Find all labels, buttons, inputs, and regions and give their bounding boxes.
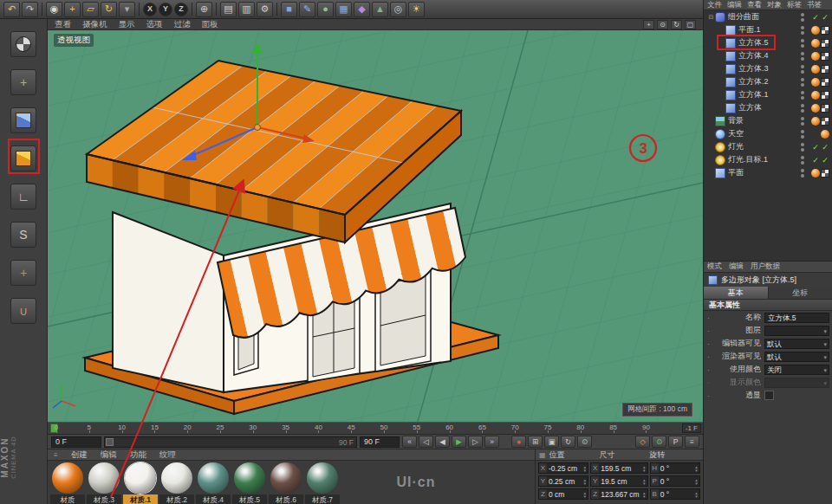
object-manager-menu-item[interactable]: 查看 xyxy=(747,0,762,10)
mat-tag[interactable] xyxy=(811,65,820,74)
material-swatch[interactable]: 材质.2 xyxy=(159,462,194,504)
object-item[interactable]: 立方体.4 xyxy=(704,49,832,62)
coords-header-旋转[interactable]: 旋转 xyxy=(649,449,699,461)
coord-field-Y[interactable]: Y19.5 cm▴▾ xyxy=(590,475,647,487)
coords-header-位置[interactable]: 位置 xyxy=(549,449,600,461)
rotate-view-icon[interactable]: ↻ xyxy=(671,20,682,29)
material-menu-item[interactable]: 创建 xyxy=(71,449,88,461)
material-sphere[interactable] xyxy=(198,462,229,494)
object-item[interactable]: 立方体.3 xyxy=(704,62,832,75)
model-mode-button[interactable]: + xyxy=(10,69,36,95)
make-editable-button[interactable] xyxy=(10,31,36,57)
material-sphere[interactable] xyxy=(307,462,338,494)
checker-tag[interactable] xyxy=(821,104,829,113)
coord-field-B[interactable]: B0 °▴▾ xyxy=(650,488,700,500)
attribute-dropdown[interactable]: ▾ xyxy=(764,326,829,336)
visibility-dots[interactable] xyxy=(801,13,806,22)
material-sphere[interactable] xyxy=(52,462,83,494)
object-item[interactable]: 天空 xyxy=(704,127,832,140)
visibility-dots[interactable] xyxy=(801,143,806,152)
object-item[interactable]: 立方体 xyxy=(704,101,832,114)
attribute-menu-item[interactable]: 模式 xyxy=(707,262,722,272)
visibility-dots[interactable] xyxy=(801,78,806,87)
mat-tag[interactable] xyxy=(811,91,820,100)
expander-icon[interactable]: ⊟ xyxy=(707,14,715,21)
object-item[interactable]: 立方体.5 xyxy=(704,36,832,49)
record-button[interactable]: ● xyxy=(511,436,526,448)
rotate-tool-icon[interactable]: ↻ xyxy=(101,2,117,17)
object-item[interactable]: 立方体.2 xyxy=(704,75,832,88)
generator-button[interactable]: ● xyxy=(317,2,334,17)
lock-z-button[interactable]: Z xyxy=(174,3,188,16)
go-start-button[interactable]: « xyxy=(402,436,417,448)
go-end-button[interactable]: » xyxy=(484,436,499,448)
mat-tag[interactable] xyxy=(811,26,820,35)
mat-tag[interactable] xyxy=(811,117,820,126)
check-tag[interactable]: ✓ xyxy=(821,143,829,152)
visibility-dots[interactable] xyxy=(801,156,806,165)
viewport-menu-item[interactable]: 摄像机 xyxy=(82,19,107,30)
visibility-dots[interactable] xyxy=(801,117,806,126)
last-tool-icon[interactable]: ▾ xyxy=(119,2,135,17)
checker-tag[interactable] xyxy=(821,65,829,74)
texture-mode-button[interactable] xyxy=(10,107,36,133)
play-button[interactable]: ▶ xyxy=(452,436,466,448)
material-sphere[interactable] xyxy=(161,462,192,494)
environment-button[interactable]: ▲ xyxy=(372,2,388,17)
maximize-view-icon[interactable]: ▢ xyxy=(685,20,696,29)
material-swatch[interactable]: 材质 xyxy=(50,462,85,504)
attribute-tab-基本[interactable]: 基本 xyxy=(704,287,769,299)
timeline-ruler[interactable]: -1 F 05101520253035404550556065707580859… xyxy=(48,422,703,435)
live-selection-icon[interactable]: ◉ xyxy=(46,2,62,17)
range-end-field[interactable]: 90 F xyxy=(360,436,400,448)
material-swatch[interactable]: 材质.4 xyxy=(196,462,231,504)
mat-tag[interactable] xyxy=(811,39,820,48)
visibility-dots[interactable] xyxy=(801,65,806,74)
viewport-menu-item[interactable]: 查看 xyxy=(55,19,71,30)
prev-key-button[interactable]: ◁ xyxy=(419,436,433,448)
visibility-dots[interactable] xyxy=(801,52,806,61)
material-swatch[interactable]: 材质.6 xyxy=(269,462,303,504)
checker-tag[interactable] xyxy=(821,52,829,61)
attribute-menu-item[interactable]: 编辑 xyxy=(729,262,744,272)
material-swatch[interactable]: 材质.7 xyxy=(305,462,340,504)
coord-field-Z[interactable]: Z123.667 cm▴▾ xyxy=(590,488,647,500)
coord-field-H[interactable]: H0 °▴▾ xyxy=(650,462,700,474)
visibility-dots[interactable] xyxy=(801,169,806,178)
coord-field-P[interactable]: P0 °▴▾ xyxy=(650,475,700,487)
visibility-dots[interactable] xyxy=(801,130,806,139)
record-position-toggle[interactable]: ⊞ xyxy=(528,436,543,448)
redo-icon[interactable]: ↷ xyxy=(22,2,38,17)
checker-tag[interactable] xyxy=(821,39,829,48)
material-swatch[interactable]: 材质.3 xyxy=(87,462,121,504)
magnet-button[interactable]: ∪ xyxy=(10,298,36,324)
coord-field-Z[interactable]: Z0 cm▴▾ xyxy=(538,488,588,500)
array-button[interactable]: ▦ xyxy=(335,2,352,17)
object-item[interactable]: 平面 xyxy=(704,166,832,179)
mat-tag[interactable] xyxy=(811,78,820,87)
object-item[interactable]: 背景 xyxy=(704,114,832,127)
check-tag[interactable]: ✓ xyxy=(811,156,820,165)
material-swatch[interactable]: 材质.5 xyxy=(232,462,267,504)
checker-tag[interactable] xyxy=(821,169,829,178)
object-item[interactable]: ⊟细分曲面✓✓ xyxy=(704,10,832,23)
mat-tag[interactable] xyxy=(811,52,820,61)
visibility-dots[interactable] xyxy=(801,104,806,113)
object-manager-menu-item[interactable]: 书签 xyxy=(807,0,822,10)
coord-field-X[interactable]: X159.5 cm▴▾ xyxy=(590,462,647,474)
attribute-input[interactable]: 立方体.5 xyxy=(764,313,829,323)
keyframe-selection-icon[interactable]: ◇ xyxy=(635,436,650,448)
object-item[interactable]: 灯光✓✓ xyxy=(704,140,832,153)
viewport-menu-item[interactable]: 过滤 xyxy=(174,19,191,30)
camera-button[interactable]: ◎ xyxy=(390,2,406,17)
material-sphere[interactable] xyxy=(270,462,302,494)
primitive-cube-button[interactable]: ■ xyxy=(281,2,297,17)
check-tag[interactable]: ✓ xyxy=(811,143,820,152)
solo-icon[interactable]: ⊙ xyxy=(652,436,666,448)
zoom-view-icon[interactable]: ⊙ xyxy=(657,20,668,29)
autokey-toggle[interactable]: ⊙ xyxy=(577,436,592,448)
mat-tag[interactable] xyxy=(811,104,820,113)
object-manager-menu-item[interactable]: 编辑 xyxy=(727,0,742,10)
attribute-dropdown[interactable]: 默认▾ xyxy=(764,352,829,362)
attribute-checkbox[interactable] xyxy=(764,391,774,400)
